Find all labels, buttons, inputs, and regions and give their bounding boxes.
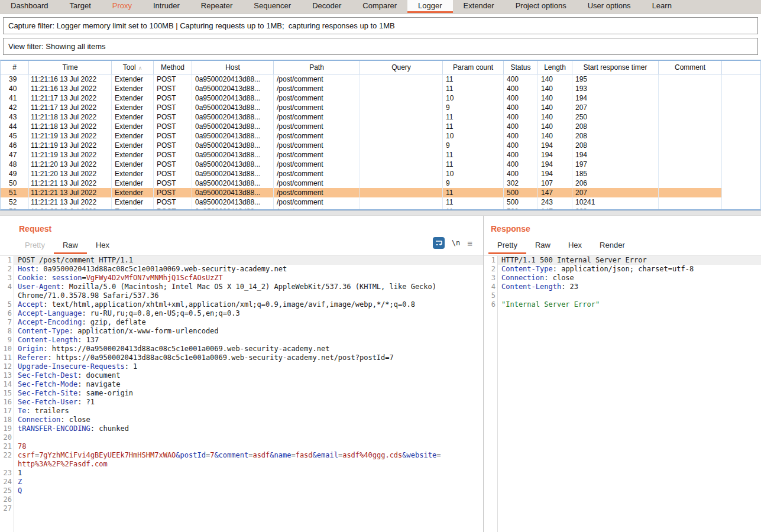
view-tab-pretty[interactable]: Pretty [488,239,526,254]
view-tab-raw[interactable]: Raw [54,239,87,254]
table-row[interactable]: 4711:21:19 13 Jul 2022ExtenderPOST0a9500… [1,150,760,160]
cell-id: 51 [1,188,29,197]
tab-target[interactable]: Target [59,0,102,13]
cell-tool: Extender [112,188,154,197]
cell-query [360,188,443,197]
table-row[interactable]: 4011:21:16 13 Jul 2022ExtenderPOST0a9500… [1,84,760,93]
capture-filter-bar[interactable]: Capture filter: Logger memory limit set … [3,17,758,34]
request-editor[interactable]: 1234567891011121314151617181920212223242… [0,255,483,532]
cell-comment [659,74,722,85]
view-tab-hex[interactable]: Hex [87,239,118,254]
cell-path: /post/comment [274,188,360,197]
cell-query [360,112,443,122]
cell-status: 400 [504,103,538,112]
table-row[interactable]: 4811:21:20 13 Jul 2022ExtenderPOST0a9500… [1,160,760,169]
line-number: 1 [484,256,496,265]
cell-path: /post/comment [274,160,360,169]
tab-repeater[interactable]: Repeater [190,0,243,13]
cell-tool: Extender [112,93,154,103]
view-tab-pretty[interactable]: Pretty [16,239,54,254]
cell-time: 11:21:21 13 Jul 2022 [29,197,112,207]
cell-filler [722,179,761,188]
line-number: 13 [0,371,12,380]
response-editor[interactable]: 123456 HTTP/1.1 500 Internal Server Erro… [484,255,761,532]
cell-method: POST [154,84,192,93]
col-status[interactable]: Status [504,61,538,74]
cell-param_count: 9 [443,179,504,188]
cell-length: 194 [538,169,572,179]
line-number: 3 [484,274,496,283]
line-number: 3 [0,274,12,283]
cell-status: 500 [504,188,538,197]
table-row[interactable]: 4211:21:17 13 Jul 2022ExtenderPOST0a9500… [1,103,760,112]
col-comment[interactable]: Comment [659,61,722,74]
newline-icon[interactable]: \n [452,239,460,247]
cell-method: POST [154,103,192,112]
horizontal-splitter[interactable] [0,210,761,216]
tab-logger[interactable]: Logger [407,0,452,13]
response-panel: Response PrettyRawHexRender 123456 HTTP/… [484,216,761,532]
table-row[interactable]: 5011:21:21 13 Jul 2022ExtenderPOST0a9500… [1,179,760,188]
cell-id: 41 [1,93,29,103]
cell-tool: Extender [112,122,154,131]
tab-sequencer[interactable]: Sequencer [243,0,302,13]
cell-query [360,103,443,112]
cell-status: 400 [504,160,538,169]
cell-status: 400 [504,150,538,160]
table-row[interactable]: 4111:21:17 13 Jul 2022ExtenderPOST0a9500… [1,93,760,103]
tab-dashboard[interactable]: Dashboard [0,0,59,13]
editor-line: Origin: https://0a9500020413d88ac08c5c1e… [14,345,483,353]
word-wrap-icon[interactable] [433,237,445,249]
col-tool[interactable]: Tool∧ [112,61,154,74]
tab-comparer[interactable]: Comparer [352,0,407,13]
tab-intruder[interactable]: Intruder [143,0,190,13]
col-time[interactable]: Time [29,61,112,74]
cell-tool: Extender [112,103,154,112]
cell-filler [722,103,761,112]
col-timer[interactable]: Start response timer [572,61,659,74]
table-row[interactable]: 5111:21:21 13 Jul 2022ExtenderPOST0a9500… [1,188,760,197]
col-host[interactable]: Host [192,61,274,74]
col-length[interactable]: Length [538,61,572,74]
cell-query [360,122,443,131]
view-tab-render[interactable]: Render [591,239,634,254]
cell-path: /post/comment [274,141,360,150]
editor-line: Connection: close [14,416,483,424]
line-number: 16 [0,398,12,407]
tab-project-options[interactable]: Project options [505,0,577,13]
menu-icon[interactable]: ≡ [467,239,472,248]
cell-method: POST [154,169,192,179]
view-filter-bar[interactable]: View filter: Showing all items [3,38,758,55]
table-row[interactable]: 4611:21:19 13 Jul 2022ExtenderPOST0a9500… [1,141,760,150]
cell-query [360,84,443,93]
cell-comment [659,150,722,160]
table-row[interactable]: 4511:21:19 13 Jul 2022ExtenderPOST0a9500… [1,131,760,141]
cell-param_count: 11 [443,74,504,85]
table-row[interactable]: 4311:21:18 13 Jul 2022ExtenderPOST0a9500… [1,112,760,122]
cell-id: 49 [1,169,29,179]
col-method[interactable]: Method [154,61,192,74]
request-panel-title: Request [19,224,483,233]
table-row[interactable]: 4411:21:18 13 Jul 2022ExtenderPOST0a9500… [1,122,760,131]
editor-line: 1 [14,469,483,478]
line-number: 23 [0,469,12,478]
col-query[interactable]: Query [360,61,443,74]
line-number: 14 [0,380,12,389]
request-line-numbers: 1234567891011121314151617181920212223242… [0,256,12,532]
line-number: 10 [0,345,12,353]
tab-decoder[interactable]: Decoder [302,0,352,13]
tab-user-options[interactable]: User options [577,0,642,13]
view-tab-hex[interactable]: Hex [559,239,591,254]
col-path[interactable]: Path [274,61,360,74]
cell-param_count: 11 [443,188,504,197]
table-row[interactable]: 5211:21:21 13 Jul 2022ExtenderPOST0a9500… [1,197,760,207]
col-param_count[interactable]: Param count [443,61,504,74]
tab-proxy[interactable]: Proxy [102,0,143,13]
table-row[interactable]: 4911:21:20 13 Jul 2022ExtenderPOST0a9500… [1,169,760,179]
editor-line: csrf=7gYzhMCiFvi4gBEyUEEk7HmHSHM7xWAO&po… [14,451,483,460]
view-tab-raw[interactable]: Raw [526,239,559,254]
col-id[interactable]: # [1,61,29,74]
table-row[interactable]: 3911:21:16 13 Jul 2022ExtenderPOST0a9500… [1,74,760,85]
tab-extender[interactable]: Extender [453,0,505,13]
tab-learn[interactable]: Learn [642,0,682,13]
